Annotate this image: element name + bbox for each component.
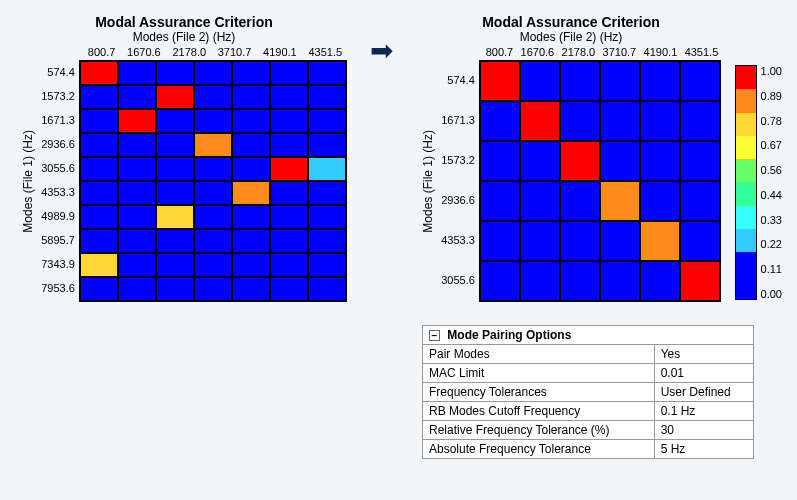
heatmap-cell [308,157,346,181]
heatmap-cell [308,133,346,157]
heatmap-cell [308,109,346,133]
heatmap-cell [520,61,560,101]
heatmap-cell [80,157,118,181]
chart-subtitle: Modes (File 2) (Hz) [133,30,236,44]
heatmap-cell [680,221,720,261]
heatmap-cell [480,101,520,141]
heatmap-cell [80,277,118,301]
option-label: Pair Modes [423,345,655,364]
heatmap-cell [600,181,640,221]
colorbar-ticks: 1.000.890.780.670.560.440.330.220.110.00 [757,65,782,300]
heatmap-cell [156,253,194,277]
heatmap-cell [560,181,600,221]
heatmap-cell [156,157,194,181]
colorbar-tick: 1.00 [761,65,782,77]
colorbar-tick: 0.22 [761,238,782,250]
heatmap-cell [308,85,346,109]
y-tick: 3055.6 [41,162,75,174]
option-label: Frequency Tolerances [423,383,655,402]
option-label: RB Modes Cutoff Frequency [423,402,655,421]
heatmap-cell [232,253,270,277]
y-tick: 574.4 [441,74,475,86]
heatmap-cell [270,277,308,301]
heatmap-cell [520,261,560,301]
x-tick: 3710.7 [218,46,252,58]
y-tick: 1671.3 [441,114,475,126]
x-tick: 2178.0 [172,46,206,58]
heatmap-cell [80,133,118,157]
colorbar-gradient [735,65,757,300]
option-value[interactable]: 30 [654,421,753,440]
option-value[interactable]: 0.01 [654,364,753,383]
heatmap-cell [80,253,118,277]
heatmap-cell [560,101,600,141]
heatmap-cell [308,181,346,205]
option-value[interactable]: 0.1 Hz [654,402,753,421]
heatmap-cell [80,205,118,229]
option-value[interactable]: User Defined [654,383,753,402]
heatmap-cell [118,253,156,277]
colorbar-segment [736,229,756,252]
heatmap-cell [680,61,720,101]
option-row: Frequency TolerancesUser Defined [423,383,754,402]
heatmap-cell [270,85,308,109]
heatmap-cell [270,133,308,157]
heatmap-cell [156,61,194,85]
heatmap-cell [270,157,308,181]
heatmap-cell [118,133,156,157]
collapse-toggle[interactable]: − [429,330,440,341]
heatmap-cell [80,229,118,253]
y-tick: 574.4 [41,66,75,78]
heatmap-cell [308,253,346,277]
mode-pairing-options-panel: − Mode Pairing Options Pair ModesYesMAC … [422,325,754,459]
option-value[interactable]: Yes [654,345,753,364]
x-tick: 2178.0 [562,46,596,58]
heatmap-cell [194,229,232,253]
arrow-icon: ➡ [370,34,393,67]
heatmap-cell [156,277,194,301]
y-axis-label: Modes (File 1) (Hz) [21,130,35,233]
y-axis-label: Modes (File 1) (Hz) [421,130,435,233]
heatmap-cell [600,141,640,181]
colorbar-tick: 0.67 [761,139,782,151]
options-header: Mode Pairing Options [447,328,571,342]
heatmap-cell [640,261,680,301]
colorbar-segment [736,113,756,136]
y-axis-ticks: 574.41671.31573.22936.64353.33055.6 [441,60,479,300]
option-row: Pair ModesYes [423,345,754,364]
heatmap-cell [680,181,720,221]
heatmap-cell [600,221,640,261]
heatmap-cell [640,61,680,101]
colorbar-segment [736,276,756,299]
heatmap-cell [480,261,520,301]
heatmap-cell [480,61,520,101]
option-row: Relative Frequency Tolerance (%)30 [423,421,754,440]
heatmap-cell [156,85,194,109]
y-tick: 1671.3 [41,114,75,126]
x-tick: 800.7 [486,46,514,58]
heatmap-cell [118,181,156,205]
colorbar-segment [736,159,756,182]
x-tick: 1670.6 [127,46,161,58]
heatmap-cell [156,109,194,133]
heatmap-cell [480,221,520,261]
colorbar-segment [736,66,756,89]
colorbar-tick: 0.33 [761,214,782,226]
heatmap-cell [270,61,308,85]
heatmap-cell [156,133,194,157]
heatmap-cell [270,181,308,205]
x-tick: 3710.7 [603,46,637,58]
chart-title: Modal Assurance Criterion [482,14,660,30]
heatmap-cell [118,85,156,109]
heatmap-cell [232,277,270,301]
heatmap-cell [194,109,232,133]
y-tick: 4353.3 [441,234,475,246]
y-tick: 7343.9 [41,258,75,270]
option-row: RB Modes Cutoff Frequency0.1 Hz [423,402,754,421]
heatmap-cell [156,181,194,205]
x-tick: 4190.1 [644,46,678,58]
heatmap-cell [680,141,720,181]
heatmap-cell [194,157,232,181]
option-label: Relative Frequency Tolerance (%) [423,421,655,440]
option-value[interactable]: 5 Hz [654,440,753,459]
